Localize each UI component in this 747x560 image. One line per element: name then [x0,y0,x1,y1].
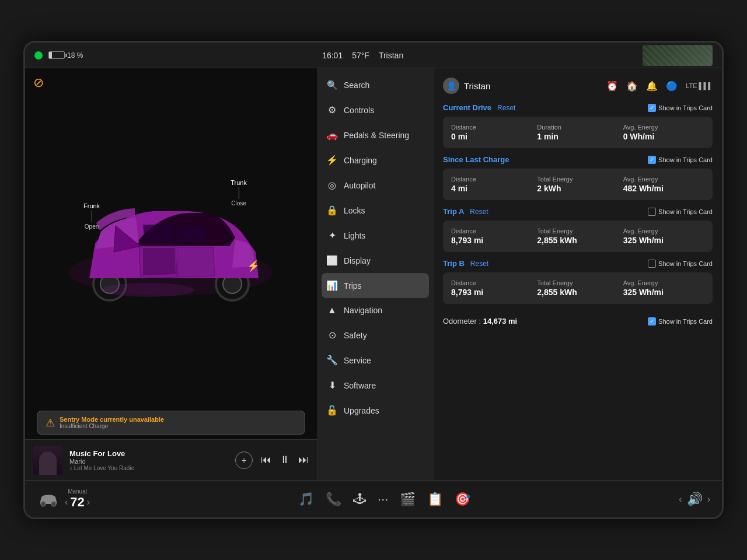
temp-increase-button[interactable]: › [87,497,90,508]
trunk-line [239,187,239,199]
alarm-icon[interactable]: ⏰ [606,80,618,92]
current-drive-reset-button[interactable]: Reset [497,104,515,112]
map-preview[interactable] [643,45,713,66]
current-drive-distance: Distance 0 mi [451,124,532,141]
trunk-title: Trunk [231,179,247,186]
since-charge-checkbox[interactable]: ✓ [648,156,656,164]
since-charge-distance: Distance 4 mi [451,176,532,193]
user-info: 👤 Tristan [443,78,490,94]
nav-item-pedals[interactable]: 🚗 Pedals & Steering [317,123,434,148]
since-charge-total-label: Total Energy [537,176,618,183]
trip-a-checkbox[interactable] [648,208,656,216]
home-icon[interactable]: 🏠 [626,80,638,92]
odometer-value: 14,673 mi [483,317,518,326]
album-art-figure [39,452,57,475]
nav-item-safety[interactable]: ⊙ Safety [317,323,434,348]
bluetooth-icon[interactable]: 🔵 [666,80,678,92]
bell-icon[interactable]: 🔔 [646,80,658,92]
nav-item-software[interactable]: ⬇ Software [317,373,434,398]
current-drive-avg-energy: Avg. Energy 0 Wh/mi [623,124,704,141]
nav-item-upgrades[interactable]: 🔓 Upgrades [317,398,434,423]
clipboard-icon[interactable]: 📋 [427,492,443,507]
tire-pressure-icon: ⊘ [33,75,44,90]
frunk-status: Open [85,223,99,230]
music-info: Music For Love Mario ♪ Let Me Love You R… [69,449,228,471]
status-bar-center: 16:01 57°F Tristan [322,51,403,60]
trip-b-card: Distance 8,793 mi Total Energy 2,855 kWh… [443,272,713,304]
nav-item-display[interactable]: ⬜ Display [317,248,434,273]
user-display: Tristan [379,51,403,60]
taskbar-prev-button[interactable]: ‹ [679,494,682,505]
battery-indicator: 18 % [48,51,83,60]
car-button[interactable] [37,489,60,510]
connection-indicator [34,51,43,60]
taskbar-center: 🎵 📞 🕹 ··· 🎬 📋 🎯 [298,492,470,507]
nav-navigation-label: Navigation [344,306,382,315]
theater-icon[interactable]: 🎬 [400,492,416,507]
warning-text: Sentry Mode currently unavailable Insuff… [60,416,164,429]
trip-b-avg-energy: Avg. Energy 325 Wh/mi [623,279,704,297]
sentry-sub: Insufficient Charge [60,423,164,429]
trip-b-checkbox[interactable] [648,260,656,268]
nav-item-locks[interactable]: 🔒 Locks [317,198,434,223]
svg-point-8 [51,502,56,506]
nav-item-search[interactable]: 🔍 Search [317,73,434,97]
car-taskbar-icon [38,491,59,508]
nav-trips-label: Trips [344,281,362,290]
album-art [33,446,62,475]
more-icon[interactable]: ··· [378,492,388,507]
pause-button[interactable]: ⏸ [280,454,290,466]
taskbar-next-button[interactable]: › [707,494,710,505]
since-charge-check-icon: ✓ [650,156,654,163]
add-to-playlist-button[interactable]: + [235,452,253,469]
right-panel: 👤 Tristan ⏰ 🏠 🔔 🔵 LTE ▌▌▌ Current Drive … [434,68,722,480]
volume-icon[interactable]: 🔊 [687,492,703,507]
temp-decrease-button[interactable]: ‹ [65,497,68,508]
temp-value-display: 72 [70,495,84,510]
nav-item-service[interactable]: 🔧 Service [317,348,434,373]
nav-item-trips[interactable]: 📊 Trips [322,273,429,298]
nav-search-label: Search [344,80,369,90]
trip-a-distance-label: Distance [451,228,532,235]
trip-a-card: Distance 8,793 mi Total Energy 2,855 kWh… [443,220,713,252]
trip-b-reset-button[interactable]: Reset [470,260,488,268]
upgrades-icon: 🔓 [326,405,338,416]
pedals-icon: 🚗 [326,130,338,141]
trip-a-reset-button[interactable]: Reset [470,208,488,216]
left-panel: ⊘ Frunk Open Trunk Close [25,68,317,480]
battery-bar [48,51,65,59]
current-drive-avg-value: 0 Wh/mi [623,132,704,141]
odometer-checkbox[interactable]: ✓ [648,317,656,326]
since-charge-avg-label: Avg. Energy [623,176,704,183]
phone-icon[interactable]: 📞 [326,492,341,507]
trip-b-show-trips: Show in Trips Card [648,260,713,268]
music-player: Music For Love Mario ♪ Let Me Love You R… [25,439,317,480]
nav-item-navigation[interactable]: ▲ Navigation [317,298,434,323]
next-track-button[interactable]: ⏭ [298,454,309,466]
spotify-icon[interactable]: 🎵 [298,492,314,507]
target-icon[interactable]: 🎯 [455,492,470,507]
odometer-row: Odometer : 14,673 mi ✓ Show in Trips Car… [443,312,713,326]
nav-item-charging[interactable]: ⚡ Charging [317,148,434,173]
main-content: ⊘ Frunk Open Trunk Close [25,68,722,480]
taskbar-left: Manual ‹ 72 › [37,488,90,510]
charging-icon: ⚡ [326,155,338,166]
music-station: ♪ Let Me Love You Radio [69,465,228,471]
current-drive-card: Distance 0 mi Duration 1 min Avg. Energy… [443,117,713,148]
taskbar: Manual ‹ 72 › 🎵 📞 🕹 ··· 🎬 📋 🎯 ‹ 🔊 › [25,480,722,517]
current-drive-checkbox[interactable]: ✓ [648,104,656,112]
game-icon[interactable]: 🕹 [353,492,366,507]
trip-a-avg-value: 325 Wh/mi [623,236,704,245]
display-icon: ⬜ [326,255,338,266]
music-controls: + ⏮ ⏸ ⏭ [235,452,309,469]
current-drive-duration: Duration 1 min [537,124,618,141]
odometer-label: Odometer : [443,317,481,326]
prev-track-button[interactable]: ⏮ [261,454,271,466]
nav-item-controls[interactable]: ⚙ Controls [317,97,434,123]
nav-service-label: Service [344,356,371,365]
frunk-title: Frunk [83,202,100,209]
nav-item-lights[interactable]: ✦ Lights [317,223,434,248]
nav-item-autopilot[interactable]: ◎ Autopilot [317,173,434,198]
trip-b-header: Trip B Reset Show in Trips Card [443,259,713,268]
check-icon: ✓ [650,104,654,111]
